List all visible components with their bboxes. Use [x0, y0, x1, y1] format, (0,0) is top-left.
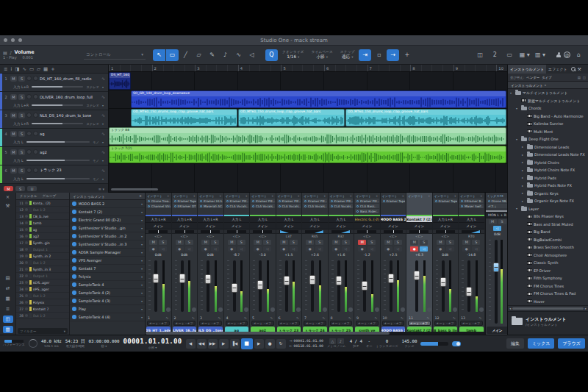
channel-visible-dot[interactable]	[25, 288, 28, 291]
tree-expand-arrow[interactable]: ▸	[522, 168, 526, 172]
browser-tree-item[interactable]: ▾ Chords	[508, 104, 588, 113]
arrange-lane[interactable]: トラック 88	[109, 127, 507, 146]
add-insert-icon[interactable]: +	[401, 194, 404, 198]
automation-mode-button[interactable]: オート・オフ	[460, 321, 483, 326]
plugin-power-icon[interactable]	[383, 200, 385, 202]
plugin-power-icon[interactable]	[356, 200, 359, 202]
volume-fader[interactable]	[337, 260, 340, 312]
channel-name[interactable]: Out 1-2	[33, 208, 68, 212]
cue-knob[interactable]	[479, 307, 484, 312]
track-solo-button[interactable]: S	[18, 76, 25, 82]
follow-playhead-button[interactable]: →	[387, 49, 399, 61]
channel-visible-dot[interactable]	[25, 314, 28, 317]
mixer-channel-strip[interactable]: インサート+ Kontakt 7 (2) メイン <C>	[406, 193, 433, 335]
channel-input-select[interactable]: 入力 L+R	[198, 216, 223, 223]
plugin-power-icon[interactable]	[304, 205, 306, 207]
rack-instrument-item[interactable]: Synthesizer V Studio ..gin ▾	[70, 224, 145, 232]
plugin-power-icon[interactable]	[461, 205, 463, 207]
solo-button[interactable]: S	[211, 240, 219, 245]
precount-icon[interactable]: △	[329, 338, 336, 344]
scroll-right-icon[interactable]: ▸	[585, 307, 587, 310]
plugin-power-icon[interactable]	[226, 200, 229, 202]
pan-slider[interactable]	[331, 230, 351, 233]
add-button[interactable]: +	[401, 49, 413, 61]
browser-tree-item[interactable]: Choir Atmosphere	[508, 252, 588, 260]
mixer-channel-strip[interactable]: インサート+ Kramer PIE.. CLA Vocals.. 入力 L メイ…	[329, 193, 355, 335]
mute-button[interactable]: M	[228, 240, 236, 245]
volume-fader[interactable]	[363, 260, 366, 312]
snap-toggle-button[interactable]: ⇥	[359, 49, 371, 61]
rack-instrument-item[interactable]: MODO BASS 2 ▾	[70, 200, 145, 208]
plugin-power-icon[interactable]	[435, 200, 437, 202]
channel-output-select[interactable]: メイン	[433, 223, 459, 229]
record-arm-button[interactable]: ●	[306, 246, 314, 252]
tree-expand-arrow[interactable]: ▾	[516, 138, 520, 141]
transport-button[interactable]: ↻	[276, 339, 286, 349]
channel-visible-dot[interactable]	[25, 241, 28, 244]
filter-icon[interactable]: ≡ ▾	[98, 187, 104, 191]
fader-thumb[interactable]	[440, 277, 446, 287]
channel-name[interactable]: Synth..in 3	[33, 268, 68, 271]
pan-slider[interactable]	[305, 230, 324, 233]
insert-slot[interactable]: CLA Vocals..	[329, 204, 354, 208]
track-volume-slider[interactable]	[26, 178, 90, 179]
cue-knob[interactable]	[348, 307, 353, 312]
channel-visible-dot[interactable]	[25, 202, 28, 204]
solo-button[interactable]: S	[185, 240, 193, 245]
quantize-setting[interactable]: クオンタイズ 1/16 ▾	[282, 50, 304, 59]
browser-tree-item[interactable]: ▸ Organic Keys	[508, 190, 588, 198]
metronome-section[interactable]: △♪ メトロノーム	[327, 338, 346, 348]
automation-mode-button[interactable]: オート・オフ	[434, 321, 457, 326]
pan-slider[interactable]	[357, 230, 376, 233]
mute-button[interactable]: M	[332, 240, 340, 245]
meter-style-icon[interactable]: ∿	[165, 316, 168, 320]
track-record-arm-button[interactable]	[26, 149, 32, 154]
cue-knob[interactable]	[192, 307, 196, 312]
channel-input-select[interactable]: 入力 L+R	[433, 216, 459, 223]
plugin-power-icon[interactable]	[488, 200, 490, 202]
tree-expand-arrow[interactable]: ▾	[510, 91, 514, 95]
cue-knob[interactable]	[427, 307, 431, 312]
meter-style-icon[interactable]: ∿	[478, 316, 481, 320]
mixer-channel-strip[interactable]: インサート+ Kramer PIE.. CLA Vocals.. 入力 L メイ…	[302, 193, 329, 335]
insert-slot[interactable]: Kramer HLS..	[198, 199, 223, 203]
sort-type-option[interactable]: タイプ	[542, 76, 551, 79]
main-strip-name[interactable]: メイン	[487, 327, 509, 334]
audio-clip[interactable]: DS_HT_160_drum_fill_rad	[109, 72, 131, 90]
add-insert-icon[interactable]: +	[297, 194, 300, 198]
record-arm-button[interactable]: ●	[358, 246, 366, 252]
plugin-power-icon[interactable]	[252, 200, 254, 202]
browser-tree-item[interactable]: FM Chorus Tines & Pad	[508, 290, 588, 298]
fader-thumb[interactable]	[231, 283, 237, 293]
fader-thumb[interactable]	[335, 276, 342, 285]
insert-slot[interactable]: CLA Vocals..	[277, 204, 301, 208]
channel-list-row[interactable]: 26 Polysix	[16, 299, 69, 306]
channel-visible-dot[interactable]	[25, 228, 28, 231]
insert-slot[interactable]: Kramer PIE..	[329, 199, 354, 203]
add-insert-icon[interactable]: +	[245, 194, 248, 198]
monitor-button[interactable]: ◁	[315, 246, 323, 252]
fader-thumb[interactable]	[205, 274, 212, 284]
small-console-view-icon[interactable]: ◫	[3, 316, 13, 323]
channel-input-select[interactable]: 入力 L+R	[172, 216, 198, 223]
edit-view-button[interactable]: 編集	[506, 338, 524, 349]
insert-slot[interactable]: CLA Vocals..	[225, 204, 249, 208]
rack-instrument-item[interactable]: Play ▾	[70, 305, 145, 313]
track-solo-button[interactable]: S	[18, 149, 25, 155]
track-solo-button[interactable]: S	[18, 131, 25, 137]
channel-input-select[interactable]: 入力 L	[329, 216, 354, 223]
record-arm-button[interactable]: ●	[228, 246, 236, 252]
mixer-channel-strip[interactable]: インサート+ Kramer HLS.. Maserati AC.. 入力 L+R…	[198, 193, 224, 335]
tool-button[interactable]: ↖	[153, 49, 165, 61]
browse-view-button[interactable]: ブラウズ	[558, 338, 585, 349]
record-arm-button[interactable]: ●	[332, 246, 340, 252]
channel-visible-dot[interactable]	[25, 215, 28, 218]
monitor-button[interactable]: ◁	[290, 246, 298, 252]
track-monitor-button[interactable]	[33, 149, 38, 154]
tree-expand-arrow[interactable]: ▸	[522, 176, 526, 179]
automation-mode-button[interactable]: オート・オフ	[330, 321, 353, 326]
monitor-button[interactable]: ◁	[211, 246, 219, 252]
add-insert-icon[interactable]: +	[271, 194, 274, 198]
rack-instrument-item[interactable]: Kontakt 7 (2) ▾	[70, 208, 145, 216]
volume-fader[interactable]	[154, 260, 157, 312]
